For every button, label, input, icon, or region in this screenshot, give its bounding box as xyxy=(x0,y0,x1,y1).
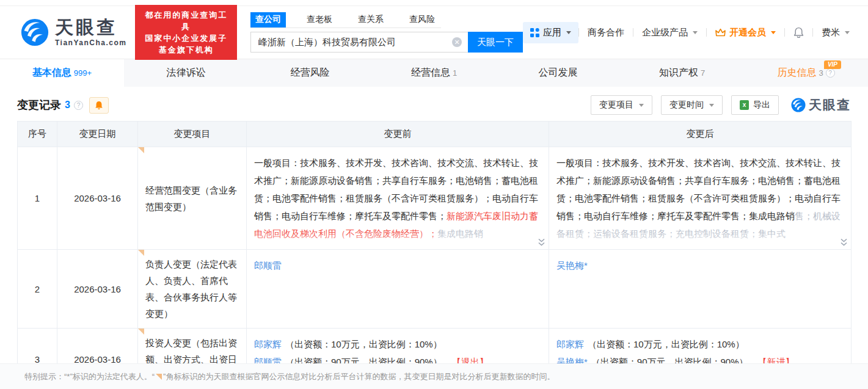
corner-mark-icon xyxy=(156,374,162,380)
tianyancha-logo-icon xyxy=(21,18,49,46)
search-tabs: 查公司 查老板 查关系 查风险 xyxy=(250,12,441,28)
monitor-bell-button[interactable] xyxy=(89,97,109,114)
bell-icon xyxy=(95,101,103,110)
search-button[interactable]: 天眼一下 xyxy=(468,32,523,53)
cell-text: 集成电路销 xyxy=(437,228,483,239)
export-button[interactable]: x 导出 xyxy=(731,95,779,115)
search-tab-risk[interactable]: 查风险 xyxy=(404,12,440,27)
excel-icon: x xyxy=(740,100,749,110)
tab-legal-litigation[interactable]: 法律诉讼 xyxy=(124,59,248,87)
brand-slogan: 都在用的商业查询工具 国家中小企业发展子基金旗下机构 xyxy=(135,5,237,60)
col-header-date: 变更日期 xyxy=(57,122,138,147)
chevron-down-icon xyxy=(639,104,644,107)
crown-icon xyxy=(715,28,726,37)
search-input[interactable] xyxy=(250,32,468,53)
chevron-down-icon xyxy=(566,31,571,34)
cell-date: 2026-03-16 xyxy=(57,250,138,329)
footer-note-suffix: ”角标标识的为天眼查根据官网公示信息对比分析后平台计算的数据，其变更日期是对比分… xyxy=(163,371,555,382)
chevron-down-icon xyxy=(771,31,776,34)
footer-note-prefix: 特别提示：“*”标识的为法定代表人。“ xyxy=(24,371,155,382)
change-record-table: 序号 变更日期 变更项目 变更前 变更后 12026-03-16经营范围变更（含… xyxy=(17,121,852,389)
person-link[interactable]: 郎顺雷 xyxy=(254,260,282,271)
top-strip xyxy=(0,0,868,6)
table-header-row: 序号 变更日期 变更项目 变更前 变更后 xyxy=(18,122,852,147)
open-vip-link[interactable]: 开通会员 xyxy=(707,27,784,38)
apps-label: 应用 xyxy=(543,27,561,38)
cell-text: （出资额：10万元，出资比例：10%） xyxy=(588,339,745,349)
search-tab-relation[interactable]: 查关系 xyxy=(353,12,388,27)
tianyancha-logo[interactable]: 天眼查 TianYanCha.com xyxy=(21,18,126,46)
tab-basic-info[interactable]: 基本信息 999+ xyxy=(0,59,124,87)
col-header-no: 序号 xyxy=(18,122,57,147)
computed-corner-mark-icon xyxy=(138,250,144,256)
change-record-section-head: 变更记录 3 ? 变更项目 变更时间 x 导出 xyxy=(0,87,868,121)
site-header: 天眼查 TianYanCha.com 都在用的商业查询工具 国家中小企业发展子基… xyxy=(0,6,868,59)
cell-text: （出资额：10万元，出资比例：10%） xyxy=(285,339,442,349)
company-nav-tabs: 基本信息 999+ 法律诉讼 经营风险 经营信息 1 公司发展 知识产权 7 V… xyxy=(0,59,868,87)
chevron-down-icon xyxy=(845,31,850,34)
page: 天眼查 TianYanCha.com 都在用的商业查询工具 国家中小企业发展子基… xyxy=(0,0,868,389)
tab-operation-info[interactable]: 经营信息 1 xyxy=(372,59,496,87)
section-title: 变更记录 xyxy=(17,98,61,112)
table-row: 22026-03-16负责人变更（法定代表人、负责人、首席代表、合伙事务执行人等… xyxy=(18,250,852,329)
cell-line: 吴艳梅* xyxy=(556,256,844,274)
cell-before: 郎顺雷 xyxy=(247,250,549,329)
search-block: 查公司 查老板 查关系 查风险 ✕ 天眼一下 xyxy=(250,12,523,53)
chevron-down-icon xyxy=(693,31,698,34)
col-header-after: 变更后 xyxy=(549,122,852,147)
cell-before: 一般项目：技术服务、技术开发、技术咨询、技术交流、技术转让、技术推广；新能源原动… xyxy=(247,147,549,250)
change-table-body: 12026-03-16经营范围变更（含业务范围变更）一般项目：技术服务、技术开发… xyxy=(18,147,852,389)
brand-name: 天眼查 xyxy=(55,18,126,37)
filter-change-item-button[interactable]: 变更项目 xyxy=(591,95,652,115)
clear-icon[interactable]: ✕ xyxy=(452,37,462,47)
business-cooperation-link[interactable]: 商务合作 xyxy=(579,27,633,38)
table-row: 12026-03-16经营范围变更（含业务范围变更）一般项目：技术服务、技术开发… xyxy=(18,147,852,250)
tab-history-info[interactable]: VIP 历史信息 3 ? xyxy=(744,59,868,87)
apps-grid-icon xyxy=(530,28,539,37)
cell-date: 2026-03-16 xyxy=(57,147,138,250)
search-tab-boss[interactable]: 查老板 xyxy=(302,12,337,27)
section-count: 3 xyxy=(65,100,70,111)
person-link[interactable]: 郎家辉 xyxy=(556,339,584,349)
computed-corner-mark-icon xyxy=(138,329,144,335)
cell-no: 2 xyxy=(18,250,57,329)
help-icon[interactable]: ? xyxy=(74,101,83,110)
tab-intellectual-property[interactable]: 知识产权 7 xyxy=(620,59,744,87)
help-icon[interactable]: ? xyxy=(826,68,835,78)
person-link[interactable]: 吴艳梅* xyxy=(556,260,588,271)
user-menu[interactable]: 费米 xyxy=(813,27,858,38)
expand-chevron-icon[interactable] xyxy=(840,238,848,247)
search-tab-company[interactable]: 查公司 xyxy=(250,12,286,27)
cell-change-item: 负责人变更（法定代表人、负责人、首席代表、合伙事务执行人等变更） xyxy=(138,250,247,329)
enterprise-products-link[interactable]: 企业级产品 xyxy=(633,27,706,38)
col-header-before: 变更前 xyxy=(247,122,549,147)
brand-domain: TianYanCha.com xyxy=(55,39,126,46)
cell-no: 1 xyxy=(18,147,57,250)
chevron-down-icon xyxy=(709,104,714,107)
cell-line: 郎顺雷 xyxy=(254,256,541,274)
header-right: 应用 商务合作 企业级产品 开通会员 xyxy=(523,22,858,43)
tianyancha-logo-icon xyxy=(791,98,806,112)
tab-company-development[interactable]: 公司发展 xyxy=(496,59,620,87)
bell-icon xyxy=(793,27,804,38)
tab-operation-risk[interactable]: 经营风险 xyxy=(248,59,372,87)
slogan-line2: 国家中小企业发展子基金旗下机构 xyxy=(141,32,231,56)
notifications-button[interactable] xyxy=(785,27,812,38)
expand-chevron-icon[interactable] xyxy=(538,238,545,247)
cell-line: 郎家辉（出资额：10万元，出资比例：10%） xyxy=(556,335,844,353)
computed-corner-mark-icon xyxy=(138,147,144,153)
apps-button[interactable]: 应用 xyxy=(523,22,578,43)
slogan-line1: 都在用的商业查询工具 xyxy=(141,9,231,32)
username: 费米 xyxy=(822,27,840,38)
cell-after: 吴艳梅* xyxy=(549,250,852,329)
person-link[interactable]: 郎家辉 xyxy=(254,339,282,349)
cell-line: 郎家辉（出资额：10万元，出资比例：10%） xyxy=(254,335,541,353)
footer-note: 特别提示：“*”标识的为法定代表人。“ ”角标标识的为天眼查根据官网公示信息对比… xyxy=(0,363,868,389)
filter-change-time-button[interactable]: 变更时间 xyxy=(661,95,723,115)
col-header-item: 变更项目 xyxy=(138,122,247,147)
tianyancha-watermark: 天眼查 xyxy=(791,96,851,114)
cell-after: 一般项目：技术服务、技术开发、技术咨询、技术交流、技术转让、技术推广；新能源原动… xyxy=(549,147,852,250)
cell-change-item: 经营范围变更（含业务范围变更） xyxy=(138,147,247,250)
vip-badge: VIP xyxy=(824,60,841,69)
